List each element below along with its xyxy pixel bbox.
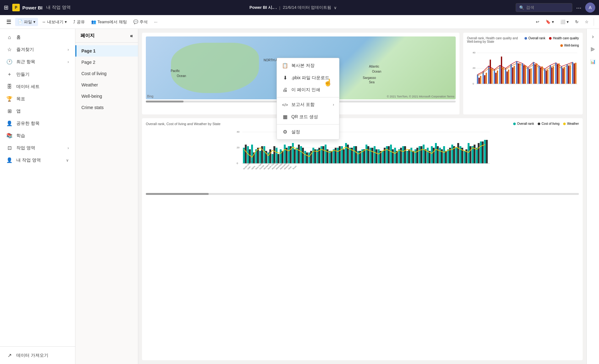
favorite-button[interactable]: ☆ [582, 18, 591, 25]
page-item-2[interactable]: Page 2 [75, 57, 138, 68]
comment-button[interactable]: 💬 주석 [131, 18, 150, 26]
update-label: 21/6/14 데이터 업데이트됨 [283, 5, 332, 10]
svg-rect-140 [298, 145, 300, 163]
page-item-wellbeing[interactable]: Well-being [75, 91, 138, 102]
bar-chart-svg: 40 20 0 [467, 48, 579, 114]
svg-rect-57 [572, 62, 573, 84]
apps-grid-icon[interactable]: ⊞ [4, 4, 8, 11]
svg-rect-43 [546, 70, 547, 84]
svg-rect-27 [516, 61, 517, 84]
map-scrollbar-thumb [146, 101, 184, 102]
page-item-weather[interactable]: Weather [75, 79, 138, 91]
svg-rect-58 [574, 63, 575, 84]
sidebar-item-get-data[interactable]: ↗ 데이터 가져오기 [0, 349, 75, 361]
favorites-icon: ☆ [6, 47, 13, 52]
svg-rect-124 [476, 148, 478, 163]
logo-icon: P [12, 4, 20, 11]
sidebar-item-create[interactable]: ＋ 만들기 [0, 68, 75, 81]
view-button[interactable]: ⬜ ▾ [558, 18, 571, 25]
sidebar-shared-label: 공유한 항목 [16, 121, 40, 126]
refresh-button[interactable]: ↻ [573, 18, 581, 25]
svg-rect-100 [378, 149, 380, 163]
share-button[interactable]: ⤴ 공유 [71, 18, 87, 26]
svg-rect-112 [427, 148, 429, 163]
hamburger-icon[interactable]: ☰ [4, 17, 14, 27]
sidebar-item-apps[interactable]: ⊞ 앱 [0, 105, 75, 117]
page-item-1[interactable]: Page 1 [75, 45, 138, 57]
create-icon: ＋ [6, 71, 13, 78]
page-weather-label: Weather [81, 82, 98, 87]
svg-rect-107 [406, 151, 408, 163]
bottom-chart-svg: 40 20 0 [146, 129, 579, 192]
svg-rect-125 [480, 141, 482, 163]
sidebar-item-home[interactable]: ⌂ 홈 [0, 31, 75, 43]
workspace-label[interactable]: 내 작업 영역 [46, 5, 71, 10]
svg-rect-127 [245, 145, 247, 163]
svg-rect-95 [357, 151, 359, 163]
svg-text:Idaho: Idaho [251, 165, 256, 170]
svg-rect-9 [482, 71, 484, 84]
qr-code-item[interactable]: ▦ QR 코드 생성 [277, 111, 339, 123]
save-copy-item[interactable]: 📋 복사본 저장 [277, 59, 339, 72]
bookmark-button[interactable]: 🔖 ▾ [543, 18, 557, 25]
svg-rect-33 [527, 68, 529, 84]
right-panel-collapse-icon[interactable]: › [590, 31, 596, 42]
separator: | [279, 5, 280, 10]
export-button[interactable]: ↔ 내보내기 ▾ [39, 18, 69, 26]
print-item[interactable]: 🖨 이 페이지 인쇄 [277, 84, 339, 96]
sidebar-item-goals[interactable]: 🏆 목표 [0, 93, 75, 105]
map-credit: © 2021 TomTom, © 2021 Microsoft Corporat… [387, 95, 454, 98]
pages-collapse-icon[interactable]: « [130, 33, 133, 39]
sidebar-learn-label: 학습 [16, 133, 25, 139]
embed-chevron: › [333, 102, 334, 107]
bottom-chart-scrollbar[interactable] [146, 193, 579, 195]
qr-icon: ▦ [282, 114, 288, 120]
embed-report-item[interactable]: </> 보고서 포함 › [277, 99, 339, 111]
svg-rect-23 [508, 69, 509, 84]
svg-rect-21 [505, 68, 506, 84]
svg-rect-30 [522, 63, 523, 84]
sidebar-item-shared[interactable]: 👤 공유한 항목 [0, 117, 75, 130]
svg-rect-110 [419, 146, 420, 163]
settings-label: 설정 [291, 129, 300, 135]
svg-rect-98 [370, 148, 371, 163]
page-item-cost-of-living[interactable]: Cost of living [75, 68, 138, 79]
file-button[interactable]: 📄 파일 ▾ [15, 18, 38, 26]
print-icon: 🖨 [282, 87, 288, 93]
sidebar-goals-label: 목표 [16, 96, 25, 102]
sidebar-item-datasets[interactable]: 🗄 데이터 세트 [0, 81, 75, 93]
svg-rect-173 [433, 148, 435, 163]
content-area: 📋 복사본 저장 ⬇ .pbix 파일 다운로드 🖨 이 페이지 인쇄 </> … [138, 29, 586, 364]
svg-rect-84 [312, 148, 314, 163]
svg-rect-116 [443, 146, 445, 163]
svg-rect-156 [363, 149, 365, 163]
sidebar-item-my-workspace[interactable]: 👤 내 작업 영역 ∨ [0, 154, 75, 166]
search-box[interactable]: 🔍 검색 [516, 3, 572, 12]
legend-overall: Overall rank [525, 36, 545, 40]
right-panel-visual-icon[interactable]: 📊 [588, 57, 597, 66]
update-chevron[interactable]: ∨ [334, 5, 337, 10]
user-avatar[interactable]: A [585, 3, 595, 13]
page-item-crime[interactable]: Crime stats [75, 102, 138, 113]
settings-item[interactable]: ⚙ 설정 [277, 126, 339, 138]
file-icon: 📄 [18, 19, 23, 24]
workspace-chevron: › [68, 146, 69, 150]
toolbar-more-button[interactable]: ··· [151, 18, 160, 25]
svg-rect-83 [308, 152, 310, 163]
sidebar-item-favorites[interactable]: ☆ 즐겨찾기 › [0, 43, 75, 56]
sidebar-item-workspace[interactable]: ⊡ 작업 영역 › [0, 142, 75, 154]
pages-panel: 페이지 « Page 1 Page 2 Cost of living Weath… [75, 29, 138, 364]
svg-rect-89 [333, 149, 335, 163]
download-pbix-item[interactable]: ⬇ .pbix 파일 다운로드 [277, 72, 339, 84]
topbar: ⊞ P Power BI 내 작업 영역 Power BI 시.. . | 21… [0, 0, 599, 15]
right-panel-filter-icon[interactable]: ⫸ [588, 44, 598, 55]
undo-button[interactable]: ↩ [533, 18, 542, 25]
sidebar-item-learn[interactable]: 📚 학습 [0, 130, 75, 142]
svg-rect-183 [474, 145, 475, 163]
teams-button[interactable]: 👥 Teams에서 채팅 [89, 18, 129, 26]
topbar-center: Power BI 시.. . | 21/6/14 데이터 업데이트됨 ∨ [74, 5, 512, 10]
legend-dot-healthcare [549, 37, 552, 40]
sidebar-item-recent[interactable]: 🕐 최근 항목 › [0, 56, 75, 68]
recent-icon: 🕐 [6, 59, 13, 65]
topbar-more-button[interactable]: ··· [576, 4, 581, 11]
